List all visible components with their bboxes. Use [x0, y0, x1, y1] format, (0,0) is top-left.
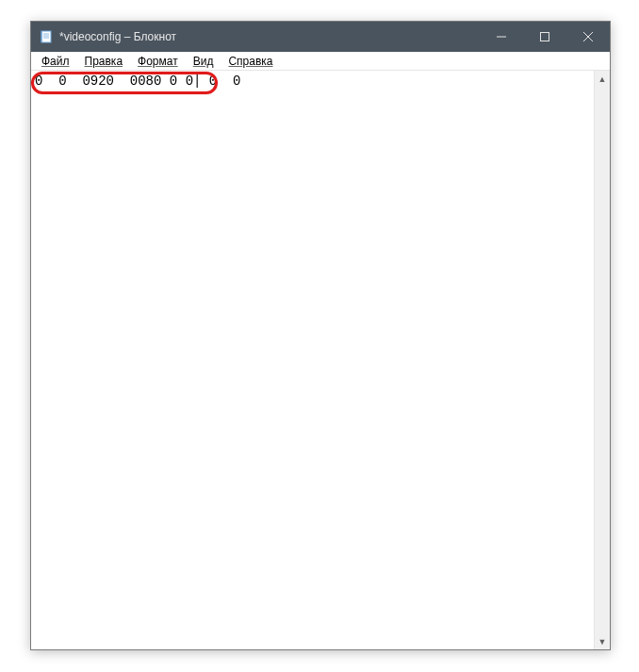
vertical-scrollbar[interactable]: ▲ ▼ — [594, 71, 610, 649]
menu-format[interactable]: Формат — [131, 54, 185, 69]
minimize-button[interactable] — [480, 22, 523, 52]
scroll-up-icon[interactable]: ▲ — [595, 71, 610, 87]
window-title: *videoconfig – Блокнот — [59, 30, 176, 43]
scroll-down-icon[interactable]: ▼ — [595, 633, 610, 649]
text-editor[interactable]: 0 0 0920 0080 0 0| 0 0 — [31, 71, 594, 649]
svg-rect-4 — [41, 31, 42, 42]
menu-help[interactable]: Справка — [221, 54, 279, 69]
editor-wrap: 0 0 0920 0080 0 0| 0 0 ▲ ▼ — [31, 71, 610, 649]
menu-file[interactable]: Файл — [35, 54, 76, 69]
close-button[interactable] — [566, 22, 610, 52]
window-controls — [480, 22, 610, 52]
menubar: Файл Правка Формат Вид Справка — [31, 52, 610, 71]
notepad-icon — [39, 29, 54, 44]
notepad-window: *videoconfig – Блокнот Файл Правка Форма… — [30, 21, 611, 650]
titlebar[interactable]: *videoconfig – Блокнот — [31, 22, 610, 52]
svg-rect-6 — [541, 33, 549, 41]
maximize-button[interactable] — [523, 22, 566, 52]
svg-rect-0 — [41, 31, 51, 42]
menu-edit[interactable]: Правка — [78, 54, 130, 69]
menu-view[interactable]: Вид — [187, 54, 221, 69]
